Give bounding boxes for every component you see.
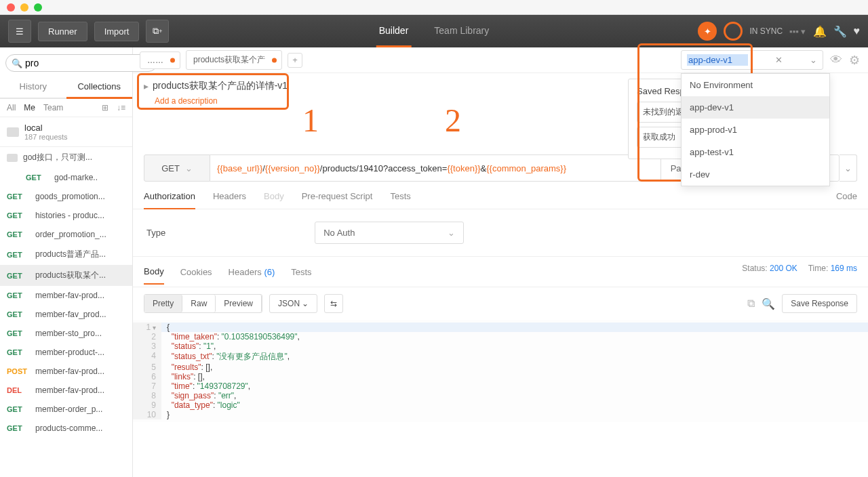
wrap-icon[interactable]: ⇆ (324, 294, 343, 313)
method-label: GET (7, 211, 30, 220)
method-label: GET (7, 348, 30, 356)
environment-option[interactable]: No Environment (682, 74, 829, 96)
method-select[interactable]: GET⌄ (144, 154, 210, 182)
method-label: GET (7, 424, 30, 432)
request-item[interactable]: GETmember-product-... (0, 343, 132, 362)
sidebar-tab-collections[interactable]: Collections (66, 76, 133, 99)
avatar-icon[interactable] (724, 22, 743, 41)
filter-me[interactable]: Me (24, 103, 35, 112)
tab-tests[interactable]: Tests (390, 191, 410, 209)
environment-select[interactable]: ✕ ⌄ (681, 50, 823, 70)
resp-tab-cookies[interactable]: Cookies (180, 267, 212, 284)
add-tab-button[interactable]: + (288, 53, 302, 68)
search-icon: 🔍 (12, 58, 22, 68)
view-pretty[interactable]: Pretty (144, 295, 182, 312)
sync-label: IN SYNC (749, 26, 783, 36)
env-clear-icon[interactable]: ✕ (775, 55, 783, 65)
tab-team-library[interactable]: Team Library (431, 16, 492, 47)
response-body[interactable]: 1{2 "time_taken": "0.10358190536499",3 "… (133, 320, 868, 422)
request-item[interactable]: GETmember-fav_prod... (0, 305, 132, 324)
annotation-1: 1 (302, 102, 319, 139)
request-name: goods_promotion... (35, 192, 127, 201)
copy-icon[interactable]: ⧉ (747, 297, 755, 310)
request-item[interactable]: GETmember-order_p... (0, 400, 132, 419)
request-item[interactable]: GETorder_promotion_... (0, 225, 132, 244)
mac-max[interactable] (34, 3, 42, 12)
tab-builder[interactable]: Builder (376, 16, 412, 47)
method-label: GET (26, 173, 49, 182)
request-name: member-fav-prod... (35, 367, 127, 376)
request-item[interactable]: GETmember-sto_pro... (0, 324, 132, 343)
add-description-link[interactable]: Add a description (155, 96, 218, 106)
environment-input[interactable] (687, 54, 748, 66)
sidebar: 🔍 ✕ History Collections All Me Team ⊞ ↓≡… (0, 47, 133, 477)
url-input[interactable]: {{base_url}}/{{version_no}}/products/194… (210, 154, 661, 182)
environment-option[interactable]: app-prod-v1 (682, 119, 829, 141)
request-tab[interactable]: products获取某个产 (186, 50, 282, 70)
import-button[interactable]: Import (94, 22, 140, 41)
request-item[interactable]: GETgod-marke.. (0, 168, 132, 187)
filter-team[interactable]: Team (43, 103, 63, 112)
format-select[interactable]: JSON ⌄ (269, 294, 317, 313)
resp-tab-body[interactable]: Body (144, 266, 164, 285)
request-tabbar: …… products获取某个产 + ✕ ⌄ No Environmentapp… (133, 47, 868, 73)
sync-status-icon[interactable]: ✦ (698, 22, 717, 41)
search-response-icon[interactable]: 🔍 (762, 297, 775, 310)
user-menu[interactable]: ▪▪▪ ▾ (789, 26, 806, 37)
eye-icon[interactable]: 👁 (830, 53, 842, 67)
request-name: member-fav-prod... (35, 386, 127, 395)
request-item[interactable]: GETproducts-comme... (0, 419, 132, 438)
view-raw[interactable]: Raw (182, 295, 216, 312)
request-item[interactable]: GETgoods_promotion... (0, 187, 132, 206)
heart-icon[interactable]: ♥ (854, 25, 861, 37)
resp-tab-headers[interactable]: Headers (6) (229, 267, 275, 284)
main-area: …… products获取某个产 + ✕ ⌄ No Environmentapp… (133, 47, 868, 477)
mac-close[interactable] (7, 3, 15, 12)
add-collection-icon[interactable]: ⊞ (102, 103, 108, 112)
request-name: member-sto_pro... (35, 329, 127, 338)
environment-option[interactable]: r-dev (682, 163, 829, 186)
environment-dropdown: No Environmentapp-dev-v1app-prod-v1app-t… (681, 73, 830, 186)
request-name: products获取某个... (35, 270, 127, 281)
app-toolbar: ☰ Runner Import ⧉+ Builder Team Library … (0, 15, 868, 47)
request-item[interactable]: GEThistories - produc... (0, 206, 132, 225)
runner-button[interactable]: Runner (38, 22, 87, 41)
request-item[interactable]: DELmember-fav-prod... (0, 381, 132, 400)
folder-item[interactable]: god接口，只可测... (0, 147, 132, 168)
wrench-icon[interactable]: 🔧 (833, 25, 847, 38)
save-response-button[interactable]: Save Response (782, 294, 857, 313)
request-tab[interactable]: …… (140, 51, 180, 69)
request-item[interactable]: POSTmember-fav-prod... (0, 362, 132, 381)
tab-headers[interactable]: Headers (213, 191, 246, 209)
sidebar-toggle-icon[interactable]: ☰ (8, 20, 31, 43)
auth-type-select[interactable]: No Auth⌄ (315, 222, 464, 244)
method-label: GET (7, 405, 30, 413)
tab-prerequest[interactable]: Pre-request Script (302, 191, 373, 209)
collection-header[interactable]: local 187 requests (0, 117, 132, 147)
status-text: Status: 200 OK (742, 264, 797, 280)
collapse-icon[interactable]: ▸ (144, 81, 149, 91)
resp-tab-tests[interactable]: Tests (291, 267, 311, 284)
environment-option[interactable]: app-dev-v1 (682, 96, 829, 119)
chevron-down-icon[interactable]: ⌄ (810, 55, 817, 65)
request-item[interactable]: GETmember-fav-prod... (0, 286, 132, 305)
save-dropdown[interactable]: ⌄ (840, 154, 857, 182)
method-label: GET (7, 329, 30, 337)
search-input[interactable] (25, 58, 144, 68)
filter-all[interactable]: All (7, 103, 16, 112)
sidebar-tab-history[interactable]: History (0, 76, 66, 98)
request-name: products-comme... (35, 423, 127, 433)
tab-authorization[interactable]: Authorization (144, 191, 195, 209)
gear-icon[interactable]: ⚙ (849, 53, 860, 68)
new-tab-icon[interactable]: ⧉+ (146, 20, 169, 43)
request-item[interactable]: GETproducts普通产品... (0, 244, 132, 265)
bell-icon[interactable]: 🔔 (813, 25, 827, 38)
code-link[interactable]: Code (836, 191, 857, 209)
view-preview[interactable]: Preview (216, 295, 262, 312)
mac-titlebar (0, 0, 868, 15)
request-item[interactable]: GETproducts获取某个... (0, 265, 132, 286)
sort-icon[interactable]: ↓≡ (117, 103, 125, 112)
environment-option[interactable]: app-test-v1 (682, 141, 829, 163)
mac-min[interactable] (20, 3, 28, 12)
tab-body[interactable]: Body (264, 191, 284, 209)
